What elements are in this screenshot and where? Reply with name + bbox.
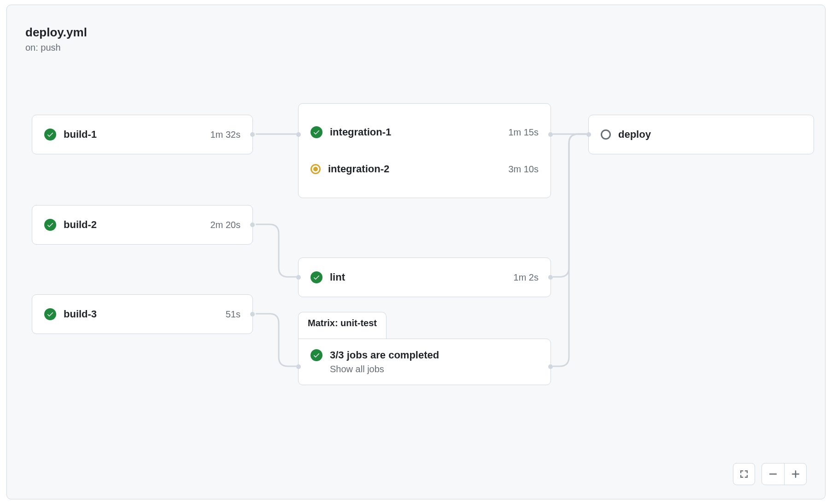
node-port-out [250, 132, 255, 137]
node-port-out [548, 132, 553, 137]
node-port-out [250, 223, 255, 227]
matrix-tab[interactable]: Matrix: unit-test [298, 312, 387, 341]
job-duration: 3m 10s [508, 164, 539, 175]
job-node-lint[interactable]: lint 1m 2s [298, 258, 551, 297]
fullscreen-icon [739, 469, 749, 479]
check-circle-icon [44, 308, 56, 320]
node-port-in [586, 132, 591, 137]
matrix-show-all-link[interactable]: Show all jobs [330, 364, 439, 375]
matrix-summary: 3/3 jobs are completed [330, 349, 439, 361]
job-group-integration[interactable]: integration-1 1m 15s integration-2 3m 10… [298, 103, 551, 198]
job-duration: 1m 2s [514, 272, 539, 283]
pending-circle-icon [601, 129, 611, 140]
job-node-build-1[interactable]: build-1 1m 32s [32, 115, 253, 154]
check-circle-icon [44, 129, 56, 141]
fullscreen-button[interactable] [733, 463, 755, 485]
workflow-graph-panel: deploy.yml on: push [6, 5, 826, 499]
node-port-in [296, 275, 301, 280]
job-name: build-3 [64, 308, 226, 320]
job-node-deploy[interactable]: deploy [588, 115, 814, 154]
job-duration: 51s [226, 309, 240, 320]
job-name: build-1 [64, 129, 210, 141]
job-node-build-3[interactable]: build-3 51s [32, 294, 253, 334]
check-circle-icon [44, 219, 56, 231]
job-duration: 1m 32s [210, 129, 240, 140]
job-name: lint [330, 271, 514, 283]
job-name: deploy [618, 129, 802, 141]
zoom-in-button[interactable] [784, 463, 806, 485]
job-node-build-2[interactable]: build-2 2m 20s [32, 205, 253, 245]
matrix-tab-label: Matrix: unit-test [308, 318, 377, 328]
graph-controls [733, 463, 807, 485]
zoom-out-button[interactable] [762, 463, 784, 485]
node-port-out [548, 364, 553, 369]
job-name: build-2 [64, 219, 210, 231]
in-progress-icon [311, 164, 321, 174]
check-circle-icon [311, 126, 322, 138]
plus-icon [791, 469, 801, 479]
check-circle-icon [311, 349, 322, 361]
node-port-out [250, 312, 255, 316]
job-name: integration-1 [330, 126, 508, 138]
graph-edges [7, 5, 825, 499]
node-port-out [548, 275, 553, 280]
zoom-group [762, 463, 807, 485]
check-circle-icon [311, 271, 322, 283]
node-port-in [296, 364, 301, 369]
matrix-node-unit-test[interactable]: 3/3 jobs are completed Show all jobs [298, 339, 551, 385]
job-duration: 2m 20s [210, 220, 240, 230]
job-duration: 1m 15s [508, 127, 539, 138]
node-port-in [296, 132, 301, 137]
job-name: integration-2 [328, 163, 508, 175]
minus-icon [768, 469, 778, 479]
